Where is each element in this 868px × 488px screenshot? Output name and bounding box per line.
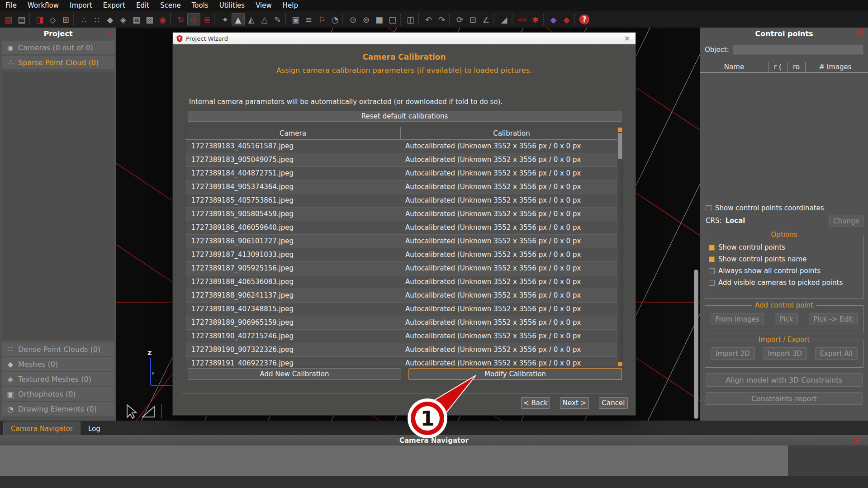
stairs-chart-icon[interactable]: ◢ bbox=[498, 14, 510, 26]
mesh-wireframe-view-icon[interactable]: △ bbox=[258, 14, 270, 26]
option-add-visible-cameras[interactable]: Add visible cameras to picked points bbox=[709, 277, 859, 289]
sphere-large-icon[interactable]: ⊚ bbox=[360, 14, 372, 26]
orbit-icon[interactable]: ⟳ bbox=[454, 14, 466, 26]
change-crs-button[interactable]: Change bbox=[829, 215, 863, 227]
modify-calibration-button[interactable]: Modify Calibration bbox=[408, 368, 622, 380]
table-row[interactable]: 1727389183_405161587.jpegAutocalibrated … bbox=[185, 140, 622, 153]
show-coordinates-option[interactable]: Show control points coordinates bbox=[700, 203, 868, 213]
table-row[interactable]: 1727389186_906101727.jpegAutocalibrated … bbox=[185, 235, 622, 248]
table-row[interactable]: 1727389189_407348815.jpegAutocalibrated … bbox=[185, 303, 622, 316]
table-row[interactable]: 1727389184_905374364.jpegAutocalibrated … bbox=[185, 180, 622, 194]
menu-export[interactable]: Export bbox=[98, 0, 131, 11]
scrollbar-thumb[interactable] bbox=[618, 133, 622, 159]
crop-icon[interactable]: ⊡ bbox=[467, 14, 479, 26]
scene-light-icon[interactable]: ✦ bbox=[219, 14, 231, 26]
table-row[interactable]: 1727389188_906241137.jpegAutocalibrated … bbox=[185, 289, 622, 303]
close-icon[interactable]: ✕ bbox=[107, 30, 113, 37]
table-row[interactable]: 1727389190_907322326.jpegAutocalibrated … bbox=[185, 343, 622, 357]
camera-tool-icon[interactable]: ◉ bbox=[157, 14, 169, 26]
measure-icon[interactable]: ∠ bbox=[480, 14, 492, 26]
undo-icon[interactable]: ↶ bbox=[422, 14, 435, 26]
table-row[interactable]: 1727389188_406536083.jpegAutocalibrated … bbox=[185, 275, 622, 289]
movie-camera-icon[interactable]: ▣ bbox=[289, 14, 302, 26]
align-model-button[interactable]: Align model with 3D Constraints bbox=[706, 373, 863, 387]
import-3d-button[interactable]: Import 3D bbox=[763, 347, 807, 360]
cube-wire-icon[interactable]: □ bbox=[386, 14, 398, 26]
report-icon[interactable]: ◔ bbox=[329, 14, 341, 26]
sphere-small-icon[interactable]: ⊙ bbox=[347, 14, 359, 26]
sparse-cloud-step-icon[interactable]: ∴ bbox=[78, 14, 90, 26]
back-button[interactable]: < Back bbox=[521, 397, 550, 409]
calibration-column-header[interactable]: Calibration bbox=[401, 127, 622, 139]
table-row[interactable]: 1727389189_906965159.jpegAutocalibrated … bbox=[185, 316, 622, 330]
menu-file[interactable]: File bbox=[0, 0, 22, 11]
cube-logo-icon[interactable]: ◆ bbox=[547, 14, 560, 26]
table-row[interactable]: 1727389183_905049075.jpegAutocalibrated … bbox=[185, 153, 622, 167]
loop-tool-icon[interactable]: ↻ bbox=[175, 14, 187, 26]
menu-import[interactable]: Import bbox=[64, 0, 98, 11]
right-panel-scrollbar[interactable] bbox=[694, 270, 698, 419]
ortho-step-icon[interactable]: ▦ bbox=[130, 14, 142, 26]
pick-button[interactable]: Pick bbox=[775, 313, 798, 325]
checkbox[interactable] bbox=[706, 205, 711, 211]
cube-solid-icon[interactable]: ■ bbox=[373, 14, 385, 26]
dense-cloud-step-icon[interactable]: ∷ bbox=[91, 14, 103, 26]
sidebar-item-cameras[interactable]: ◉Cameras (0 out of 0) bbox=[2, 41, 114, 54]
sidebar-item-textured-meshes[interactable]: ◈Textured Meshes (0) bbox=[2, 372, 114, 386]
pick-edit-button[interactable]: Pick -> Edit bbox=[809, 313, 858, 325]
compute-cube-icon[interactable]: ◇ bbox=[47, 14, 59, 26]
reset-default-calibrations-button[interactable]: Reset default calibrations bbox=[188, 111, 621, 122]
tab-camera-navigator[interactable]: Camera Navigator bbox=[3, 422, 81, 435]
camera-column-header[interactable]: Camera bbox=[185, 127, 401, 139]
gear-icon[interactable]: ✱ bbox=[529, 14, 541, 26]
table-row[interactable]: 1727389185_405753861.jpegAutocalibrated … bbox=[185, 194, 622, 208]
option-show-control-points[interactable]: Show control points bbox=[709, 242, 859, 253]
redo-icon[interactable]: ↷ bbox=[436, 14, 448, 26]
brush-icon[interactable]: ✎ bbox=[271, 14, 284, 26]
compute-grid-icon[interactable]: ⊞ bbox=[60, 14, 72, 26]
keypad-tool-icon[interactable]: ≣ bbox=[201, 14, 213, 26]
add-new-calibration-button[interactable]: Add New Calibration bbox=[188, 368, 401, 380]
checkbox[interactable] bbox=[709, 256, 715, 262]
scroll-down-button[interactable] bbox=[618, 362, 622, 366]
mesh-step-icon[interactable]: ◆ bbox=[104, 14, 116, 26]
pin-note-icon[interactable]: ⚐ bbox=[316, 14, 328, 26]
table-row[interactable]: 1727389185_905805459.jpegAutocalibrated … bbox=[185, 208, 622, 221]
scroll-up-button[interactable] bbox=[618, 128, 622, 132]
menu-edit[interactable]: Edit bbox=[131, 0, 155, 11]
checkbox[interactable] bbox=[709, 268, 715, 274]
close-icon[interactable]: ✕ bbox=[622, 34, 632, 43]
sidebar-item-orthophotos[interactable]: ▣Orthophotos (0) bbox=[2, 387, 114, 401]
help-icon[interactable]: ? bbox=[579, 14, 589, 24]
cp-column-header[interactable]: Name bbox=[700, 62, 768, 72]
save-project-icon[interactable]: ▤ bbox=[15, 14, 28, 26]
cancel-button[interactable]: Cancel bbox=[599, 397, 628, 409]
tab-log[interactable]: Log bbox=[81, 422, 108, 435]
mesh-shaded-view-icon[interactable]: ▲ bbox=[232, 14, 244, 26]
shield-logo-icon[interactable]: ◆ bbox=[560, 14, 573, 26]
image-visibility-icon[interactable]: ◫ bbox=[404, 14, 417, 26]
sidebar-item-sparse-point-cloud[interactable]: ∴Sparse Point Cloud (0) bbox=[2, 56, 114, 69]
sidebar-item-dense-point-clouds[interactable]: ∷Dense Point Clouds (0) bbox=[2, 342, 114, 356]
option-show-control-points-name[interactable]: Show control points name bbox=[709, 253, 859, 265]
textured-mesh-step-icon[interactable]: ◈ bbox=[117, 14, 129, 26]
menu-workflow[interactable]: Workflow bbox=[22, 0, 64, 11]
menu-tools[interactable]: Tools bbox=[186, 0, 214, 11]
import-2d-button[interactable]: Import 2D bbox=[711, 347, 755, 360]
checkbox[interactable] bbox=[709, 280, 715, 286]
table-row[interactable]: 1727389184_404872751.jpegAutocalibrated … bbox=[185, 167, 622, 180]
table-row[interactable]: 1727389190_407215246.jpegAutocalibrated … bbox=[185, 330, 622, 343]
constraints-report-button[interactable]: Constraints report bbox=[706, 392, 863, 405]
table-row[interactable]: 1727389186_406059640.jpegAutocalibrated … bbox=[185, 221, 622, 235]
filter-points-step-icon[interactable]: ▩ bbox=[143, 14, 156, 26]
notes-icon[interactable]: ≡ bbox=[303, 14, 315, 26]
code-icon[interactable]: </> bbox=[516, 14, 528, 26]
table-row[interactable]: 1727389187_413091033.jpegAutocalibrated … bbox=[185, 248, 622, 262]
sidebar-item-drawing-elements[interactable]: ◔Drawing Elements (0) bbox=[2, 402, 114, 416]
menu-help[interactable]: Help bbox=[277, 0, 304, 11]
table-row[interactable]: 1727389187_905925156.jpegAutocalibrated … bbox=[185, 262, 622, 275]
menu-view[interactable]: View bbox=[250, 0, 277, 11]
camera-navigator-content[interactable] bbox=[0, 445, 788, 476]
menu-scene[interactable]: Scene bbox=[155, 0, 186, 11]
close-icon[interactable]: x bbox=[858, 30, 864, 37]
